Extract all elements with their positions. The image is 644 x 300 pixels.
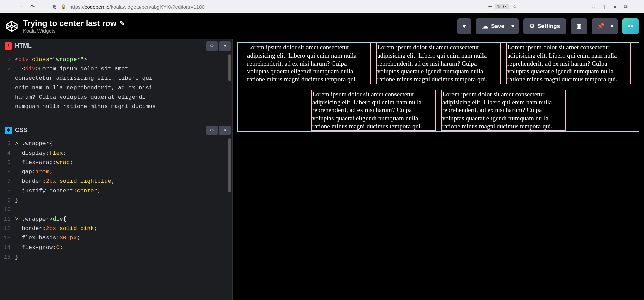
pen-author[interactable]: Koala Widgets [23,28,452,34]
chevron-down-icon: ▾ [224,128,226,133]
scrollbar[interactable] [228,138,231,192]
pin-dropdown[interactable]: ▾ [606,18,618,34]
extensions-icon[interactable]: ⧉ [622,3,630,11]
html-pane-header: / HTML ⚙ ▾ [0,39,232,53]
reader-icon[interactable]: ☰ [488,4,492,10]
css-code-body[interactable]: 3> .wrapper{4 display:flex;5 flex-wrap:w… [0,137,232,300]
reload-button[interactable]: ⟳ [28,2,37,11]
html-lang-icon: / [5,42,12,50]
settings-button[interactable]: ⚙Settings [523,18,566,34]
css-lang-icon: ✱ [5,127,12,134]
chevron-down-icon: ▾ [224,43,226,48]
address-bar[interactable]: ⛨ 🔒 https://codepen.io/koalawidgets/pen/… [50,2,519,12]
preview-column: Lorem ipsum dolor sit amet consectetur a… [233,39,644,300]
chevron-down-icon: ▾ [511,23,514,29]
scrollbar[interactable] [228,54,231,81]
gear-icon: ⚙ [210,43,214,48]
save-button[interactable]: ☁Save [476,18,510,34]
css-tab-label: CSS [15,127,27,134]
preview-wrapper: Lorem ipsum dolor sit amet consectetur a… [237,42,639,132]
menu-icon[interactable]: ≡ [633,3,641,11]
url-text: https://codepen.io/koalawidgets/pen/abgK… [69,4,485,10]
zoom-badge[interactable]: 150% [495,4,509,9]
html-editor-pane: / HTML ⚙ ▾ 1<div class="wrapper"> 2 <div… [0,39,232,123]
preview-box: Lorem ipsum dolor sit amet consectetur a… [441,90,566,131]
preview-box: Lorem ipsum dolor sit amet consectetur a… [246,43,371,84]
edit-title-icon[interactable]: ✎ [120,20,125,27]
preview-box: Lorem ipsum dolor sit amet consectetur a… [376,43,501,84]
codepen-logo[interactable] [5,20,18,33]
save-dropdown[interactable]: ▾ [507,18,519,34]
lock-icon: 🔒 [60,4,67,10]
editors-column: / HTML ⚙ ▾ 1<div class="wrapper"> 2 <div… [0,39,233,300]
heart-icon: ♥ [463,23,466,30]
heart-button[interactable]: ♥ [457,18,472,34]
css-pane-header: ✱ CSS ⚙ ▾ [0,123,232,137]
main-area: / HTML ⚙ ▾ 1<div class="wrapper"> 2 <div… [0,39,644,300]
css-collapse-button[interactable]: ▾ [219,126,231,135]
bookmark-star-icon[interactable]: ☆ [512,4,517,10]
app-header: Trying to center last row ✎ Koala Widget… [0,13,644,39]
gear-icon: ⚙ [529,23,535,30]
preview-box: Lorem ipsum dolor sit amet consectetur a… [311,90,436,131]
pen-title[interactable]: Trying to center last row [23,19,116,28]
css-editor-pane: ✱ CSS ⚙ ▾ 3> .wrapper{4 display:flex;5 f… [0,123,232,300]
cloud-icon: ☁ [482,23,488,30]
back-button[interactable]: ← [3,2,13,11]
html-code-body[interactable]: 1<div class="wrapper"> 2 <div>Lorem ipsu… [0,53,232,123]
chevron-down-icon: ▾ [611,23,613,29]
gear-icon: ⚙ [210,128,214,133]
preview-box: Lorem ipsum dolor sit amet consectetur a… [506,43,631,84]
css-settings-button[interactable]: ⚙ [206,126,218,135]
pocket-icon[interactable]: ⌵ [589,3,597,11]
browser-toolbar: ← → ⟳ ⛨ 🔒 https://codepen.io/koalawidget… [0,0,644,13]
layout-button[interactable]: ▥ [571,18,587,34]
css-tab[interactable]: ✱ CSS [0,123,32,137]
html-collapse-button[interactable]: ▾ [219,41,231,51]
settings-label: Settings [537,23,560,30]
html-tab-label: HTML [15,42,32,49]
title-block: Trying to center last row ✎ Koala Widget… [23,19,452,34]
user-avatar[interactable]: •• [622,18,639,34]
html-settings-button[interactable]: ⚙ [206,41,218,51]
html-tab[interactable]: / HTML [0,39,36,53]
save-label: Save [491,23,504,30]
account-icon[interactable]: ● [611,3,619,11]
layout-icon: ▥ [576,23,582,30]
download-icon[interactable]: ⭳ [600,3,608,11]
forward-button[interactable]: → [16,2,25,11]
pin-icon: 📌 [597,23,604,30]
shield-icon: ⛨ [53,4,58,10]
